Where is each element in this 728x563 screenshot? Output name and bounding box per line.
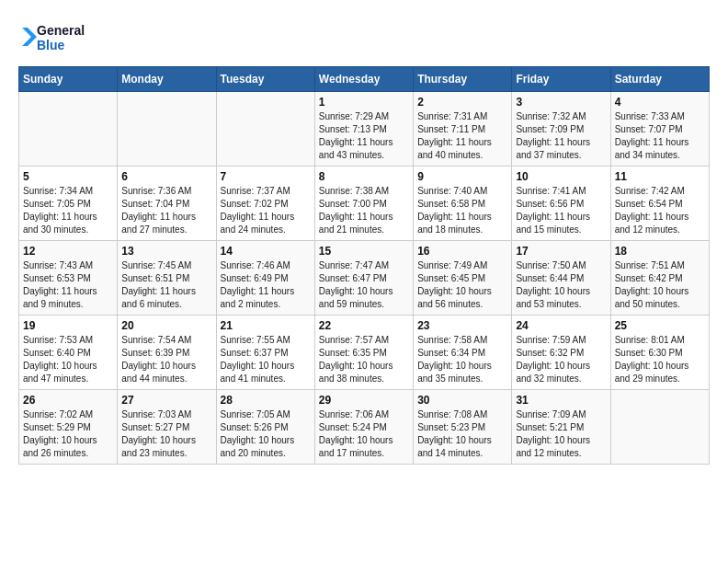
day-number: 14 (221, 245, 311, 258)
weekday-header: Saturday (610, 67, 709, 92)
calendar-cell: 9Sunrise: 7:40 AMSunset: 6:58 PMDaylight… (414, 167, 512, 241)
day-number: 23 (417, 319, 507, 332)
calendar-cell: 17Sunrise: 7:50 AMSunset: 6:44 PMDayligh… (512, 241, 610, 316)
day-info: Sunrise: 7:41 AMSunset: 6:56 PMDaylight:… (516, 185, 606, 236)
day-number: 4 (615, 96, 705, 109)
day-info: Sunrise: 7:58 AMSunset: 6:34 PMDaylight:… (417, 334, 507, 385)
calendar-cell: 24Sunrise: 7:59 AMSunset: 6:32 PMDayligh… (512, 316, 610, 390)
day-info: Sunrise: 7:43 AMSunset: 6:53 PMDaylight:… (23, 259, 113, 311)
calendar-cell: 20Sunrise: 7:54 AMSunset: 6:39 PMDayligh… (118, 316, 216, 390)
day-number: 25 (615, 319, 705, 332)
day-info: Sunrise: 7:46 AMSunset: 6:49 PMDaylight:… (221, 259, 311, 311)
calendar-cell: 15Sunrise: 7:47 AMSunset: 6:47 PMDayligh… (314, 241, 413, 316)
weekday-header: Thursday (414, 67, 512, 92)
day-number: 5 (23, 170, 113, 183)
calendar-cell: 14Sunrise: 7:46 AMSunset: 6:49 PMDayligh… (216, 241, 314, 316)
calendar-cell: 27Sunrise: 7:03 AMSunset: 5:27 PMDayligh… (118, 390, 216, 465)
day-number: 29 (319, 394, 409, 407)
calendar-week-row: 12Sunrise: 7:43 AMSunset: 6:53 PMDayligh… (19, 241, 710, 316)
calendar-cell: 19Sunrise: 7:53 AMSunset: 6:40 PMDayligh… (19, 316, 118, 390)
weekday-header: Tuesday (216, 67, 314, 92)
day-info: Sunrise: 7:03 AMSunset: 5:27 PMDaylight:… (121, 408, 211, 460)
day-info: Sunrise: 7:42 AMSunset: 6:54 PMDaylight:… (615, 185, 705, 236)
day-info: Sunrise: 7:33 AMSunset: 7:07 PMDaylight:… (615, 110, 705, 162)
day-number: 9 (417, 170, 507, 183)
calendar-cell: 13Sunrise: 7:45 AMSunset: 6:51 PMDayligh… (118, 241, 216, 316)
day-number: 8 (319, 170, 409, 183)
weekday-header: Monday (118, 67, 216, 92)
calendar-cell: 1Sunrise: 7:29 AMSunset: 7:13 PMDaylight… (314, 92, 413, 167)
day-info: Sunrise: 8:01 AMSunset: 6:30 PMDaylight:… (615, 334, 705, 385)
day-number: 15 (319, 245, 409, 258)
calendar-cell: 22Sunrise: 7:57 AMSunset: 6:35 PMDayligh… (314, 316, 413, 390)
day-info: Sunrise: 7:02 AMSunset: 5:29 PMDaylight:… (23, 408, 113, 460)
day-info: Sunrise: 7:49 AMSunset: 6:45 PMDaylight:… (417, 259, 507, 311)
calendar-cell: 25Sunrise: 8:01 AMSunset: 6:30 PMDayligh… (610, 316, 709, 390)
day-number: 10 (516, 170, 606, 183)
day-number: 6 (121, 170, 211, 183)
day-number: 24 (516, 319, 606, 332)
day-number: 2 (417, 96, 507, 109)
calendar-cell (216, 92, 314, 167)
weekday-header-row: SundayMondayTuesdayWednesdayThursdayFrid… (19, 67, 710, 92)
day-info: Sunrise: 7:59 AMSunset: 6:32 PMDaylight:… (516, 334, 606, 385)
day-info: Sunrise: 7:06 AMSunset: 5:24 PMDaylight:… (319, 408, 409, 460)
calendar-cell: 16Sunrise: 7:49 AMSunset: 6:45 PMDayligh… (414, 241, 512, 316)
calendar-cell: 6Sunrise: 7:36 AMSunset: 7:04 PMDaylight… (118, 167, 216, 241)
day-info: Sunrise: 7:50 AMSunset: 6:44 PMDaylight:… (516, 259, 606, 311)
weekday-header: Wednesday (314, 67, 413, 92)
day-number: 27 (121, 394, 211, 407)
calendar-week-row: 19Sunrise: 7:53 AMSunset: 6:40 PMDayligh… (19, 316, 710, 390)
page-header: GeneralBlue (18, 18, 710, 57)
calendar-cell (19, 92, 118, 167)
svg-marker-2 (22, 28, 37, 46)
calendar-cell: 8Sunrise: 7:38 AMSunset: 7:00 PMDaylight… (314, 167, 413, 241)
day-info: Sunrise: 7:51 AMSunset: 6:42 PMDaylight:… (615, 259, 705, 311)
day-info: Sunrise: 7:37 AMSunset: 7:02 PMDaylight:… (221, 185, 311, 236)
calendar-cell: 10Sunrise: 7:41 AMSunset: 6:56 PMDayligh… (512, 167, 610, 241)
day-info: Sunrise: 7:09 AMSunset: 5:21 PMDaylight:… (516, 408, 606, 460)
logo: GeneralBlue (18, 18, 92, 57)
day-number: 1 (319, 96, 409, 109)
day-info: Sunrise: 7:08 AMSunset: 5:23 PMDaylight:… (417, 408, 507, 460)
day-number: 31 (516, 394, 606, 407)
day-number: 19 (23, 319, 113, 332)
day-number: 11 (615, 170, 705, 183)
day-number: 21 (221, 319, 311, 332)
day-info: Sunrise: 7:47 AMSunset: 6:47 PMDaylight:… (319, 259, 409, 311)
calendar-cell: 5Sunrise: 7:34 AMSunset: 7:05 PMDaylight… (19, 167, 118, 241)
day-number: 12 (23, 245, 113, 258)
calendar-cell: 29Sunrise: 7:06 AMSunset: 5:24 PMDayligh… (314, 390, 413, 465)
day-info: Sunrise: 7:40 AMSunset: 6:58 PMDaylight:… (417, 185, 507, 236)
calendar-cell: 3Sunrise: 7:32 AMSunset: 7:09 PMDaylight… (512, 92, 610, 167)
day-info: Sunrise: 7:45 AMSunset: 6:51 PMDaylight:… (121, 259, 211, 311)
day-number: 3 (516, 96, 606, 109)
calendar-cell: 11Sunrise: 7:42 AMSunset: 6:54 PMDayligh… (610, 167, 709, 241)
calendar-cell: 2Sunrise: 7:31 AMSunset: 7:11 PMDaylight… (414, 92, 512, 167)
svg-text:General: General (37, 23, 85, 38)
day-number: 22 (319, 319, 409, 332)
day-number: 16 (417, 245, 507, 258)
calendar-cell: 12Sunrise: 7:43 AMSunset: 6:53 PMDayligh… (19, 241, 118, 316)
day-info: Sunrise: 7:55 AMSunset: 6:37 PMDaylight:… (221, 334, 311, 385)
calendar-week-row: 1Sunrise: 7:29 AMSunset: 7:13 PMDaylight… (19, 92, 710, 167)
weekday-header: Friday (512, 67, 610, 92)
day-info: Sunrise: 7:05 AMSunset: 5:26 PMDaylight:… (221, 408, 311, 460)
day-info: Sunrise: 7:34 AMSunset: 7:05 PMDaylight:… (23, 185, 113, 236)
day-info: Sunrise: 7:29 AMSunset: 7:13 PMDaylight:… (319, 110, 409, 162)
weekday-header: Sunday (19, 67, 118, 92)
day-number: 20 (121, 319, 211, 332)
day-info: Sunrise: 7:38 AMSunset: 7:00 PMDaylight:… (319, 185, 409, 236)
calendar-cell (118, 92, 216, 167)
calendar-cell: 7Sunrise: 7:37 AMSunset: 7:02 PMDaylight… (216, 167, 314, 241)
logo-svg: GeneralBlue (18, 18, 92, 57)
calendar-cell: 4Sunrise: 7:33 AMSunset: 7:07 PMDaylight… (610, 92, 709, 167)
day-info: Sunrise: 7:31 AMSunset: 7:11 PMDaylight:… (417, 110, 507, 162)
calendar-cell: 26Sunrise: 7:02 AMSunset: 5:29 PMDayligh… (19, 390, 118, 465)
day-number: 30 (417, 394, 507, 407)
day-number: 26 (23, 394, 113, 407)
calendar-cell: 30Sunrise: 7:08 AMSunset: 5:23 PMDayligh… (414, 390, 512, 465)
calendar-table: SundayMondayTuesdayWednesdayThursdayFrid… (18, 66, 710, 465)
day-info: Sunrise: 7:53 AMSunset: 6:40 PMDaylight:… (23, 334, 113, 385)
calendar-week-row: 5Sunrise: 7:34 AMSunset: 7:05 PMDaylight… (19, 167, 710, 241)
